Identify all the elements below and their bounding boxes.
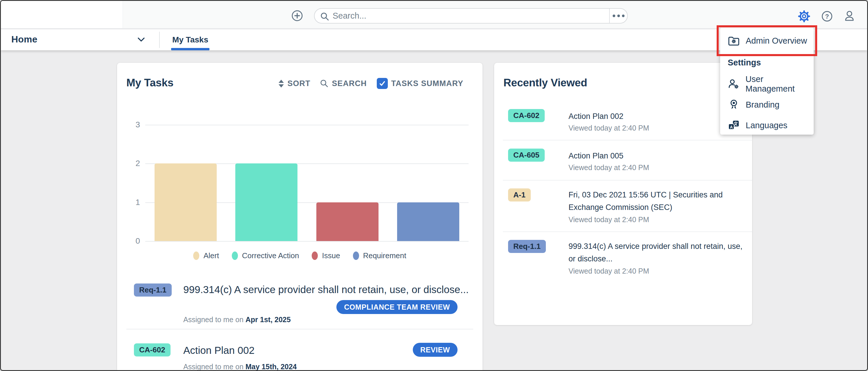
recently-viewed-title: Recently Viewed bbox=[503, 77, 587, 89]
recent-viewed-time: Viewed today at 2:40 PM bbox=[568, 267, 649, 275]
topbar-left-block bbox=[1, 1, 123, 28]
menu-item-label: Branding bbox=[746, 100, 779, 110]
legend-item: Requirement bbox=[353, 251, 406, 260]
tasks-summary-toggle[interactable]: TASKS SUMMARY bbox=[377, 78, 464, 89]
menu-item-label: Languages bbox=[746, 121, 787, 130]
search-options-button[interactable] bbox=[609, 9, 627, 23]
task-title[interactable]: 999.314(c) A service provider shall not … bbox=[183, 282, 479, 297]
global-search bbox=[314, 8, 628, 24]
user-management-icon bbox=[728, 79, 740, 89]
recent-item[interactable]: CA-605 Action Plan 005 Viewed today at 2… bbox=[494, 146, 752, 179]
legend-item: Issue bbox=[312, 251, 340, 260]
recently-viewed-panel: Recently Viewed CA-602 Action Plan 002 V… bbox=[494, 63, 752, 325]
task-row: Req-1.1 999.314(c) A service provider sh… bbox=[117, 279, 483, 329]
legend-label: Issue bbox=[322, 251, 340, 260]
admin-overview-icon bbox=[728, 36, 740, 46]
bar-issue bbox=[316, 202, 378, 241]
svg-text:?: ? bbox=[825, 13, 829, 20]
help-button[interactable]: ? bbox=[821, 10, 833, 22]
menu-item-branding[interactable]: Branding bbox=[720, 97, 814, 112]
tasks-summary-chart: 0123 bbox=[145, 125, 469, 241]
plus-circle-icon bbox=[291, 10, 303, 22]
legend-item: Alert bbox=[193, 251, 219, 260]
active-tab-indicator bbox=[171, 48, 210, 50]
person-icon bbox=[843, 10, 856, 22]
tasks-summary-checkbox[interactable] bbox=[377, 78, 388, 89]
help-icon: ? bbox=[821, 10, 833, 22]
nav-divider bbox=[159, 32, 160, 48]
menu-item-user-management[interactable]: User Management bbox=[720, 77, 814, 92]
tab-my-tasks-label: My Tasks bbox=[172, 35, 208, 45]
recent-title: Action Plan 002 bbox=[568, 110, 745, 123]
row-divider bbox=[126, 329, 473, 330]
task-assigned: Assigned to me on Apr 1st, 2025 bbox=[183, 315, 291, 324]
y-tick-label: 0 bbox=[125, 236, 140, 246]
chart-legend: AlertCorrective ActionIssueRequirement bbox=[117, 251, 483, 260]
grid-line bbox=[145, 241, 469, 241]
recent-item[interactable]: Req-1.1 999.314(c) A service provider sh… bbox=[494, 238, 752, 282]
recent-divider bbox=[503, 231, 752, 232]
ellipsis-icon bbox=[613, 15, 615, 17]
legend-swatch bbox=[193, 252, 199, 260]
branding-icon bbox=[728, 99, 740, 110]
menu-item-label: Admin Overview bbox=[746, 36, 807, 46]
recent-badge: Req-1.1 bbox=[508, 240, 546, 253]
recent-item[interactable]: CA-602 Action Plan 002 Viewed today at 2… bbox=[494, 107, 752, 139]
legend-label: Alert bbox=[203, 251, 219, 260]
task-badge: Req-1.1 bbox=[134, 284, 172, 296]
settings-button[interactable] bbox=[798, 9, 811, 23]
legend-swatch bbox=[232, 252, 238, 260]
recent-divider bbox=[503, 180, 752, 180]
menu-item-admin-overview[interactable]: Admin Overview bbox=[720, 28, 814, 54]
tab-my-tasks[interactable]: My Tasks bbox=[166, 29, 215, 50]
menu-item-label: User Management bbox=[745, 75, 814, 94]
menu-item-languages[interactable]: A Languages bbox=[720, 118, 814, 133]
menu-section-settings: Settings bbox=[728, 58, 761, 67]
recent-badge: CA-605 bbox=[508, 149, 545, 162]
recent-badge: CA-602 bbox=[508, 109, 545, 122]
add-button[interactable] bbox=[291, 10, 303, 22]
bar-alert bbox=[155, 163, 217, 241]
my-tasks-panel: My Tasks SORT SEARCH bbox=[117, 63, 483, 371]
task-badge: CA-602 bbox=[134, 343, 170, 356]
legend-item: Corrective Action bbox=[232, 251, 299, 260]
recent-title: 999.314(c) A service provider shall not … bbox=[568, 240, 745, 265]
task-status-button[interactable]: COMPLIANCE TEAM REVIEW bbox=[336, 300, 458, 314]
tasks-search-button[interactable]: SEARCH bbox=[320, 79, 367, 88]
recent-title: Fri, 03 Dec 2021 15:56 UTC | Securities … bbox=[568, 189, 745, 214]
search-input[interactable] bbox=[333, 9, 609, 22]
legend-label: Corrective Action bbox=[242, 251, 299, 260]
sort-button[interactable]: SORT bbox=[279, 79, 310, 88]
task-row: CA-602 Action Plan 002 REVIEW Assigned t… bbox=[117, 340, 483, 371]
svg-text:A: A bbox=[730, 125, 733, 130]
recent-viewed-time: Viewed today at 2:40 PM bbox=[568, 124, 649, 132]
sort-icon bbox=[279, 80, 284, 87]
recent-item[interactable]: A-1 Fri, 03 Dec 2021 15:56 UTC | Securit… bbox=[494, 187, 752, 231]
task-assigned: Assigned to me on May 15th, 2024 bbox=[183, 363, 297, 371]
tasks-controls: SORT SEARCH TASKS SUMMARY bbox=[279, 78, 463, 89]
bar-requirement bbox=[397, 202, 459, 241]
recent-viewed-time: Viewed today at 2:40 PM bbox=[568, 163, 649, 172]
grid-line bbox=[145, 125, 469, 125]
chevron-down-icon bbox=[137, 37, 145, 42]
y-tick-label: 2 bbox=[125, 159, 140, 168]
gear-icon bbox=[798, 9, 811, 23]
search-icon bbox=[320, 12, 329, 21]
app-window: ? Home My Tasks My Tasks bbox=[0, 0, 868, 371]
recent-viewed-time: Viewed today at 2:40 PM bbox=[568, 216, 649, 224]
bar-corrective-action bbox=[235, 163, 298, 241]
y-tick-label: 1 bbox=[125, 198, 140, 207]
recent-badge: A-1 bbox=[508, 189, 531, 201]
legend-swatch bbox=[353, 252, 359, 260]
settings-dropdown-menu: Admin Overview Settings User bbox=[720, 28, 814, 135]
recent-divider bbox=[503, 140, 752, 140]
user-profile-button[interactable] bbox=[843, 10, 856, 22]
legend-label: Requirement bbox=[363, 251, 406, 260]
home-label: Home bbox=[11, 34, 37, 45]
task-status-button[interactable]: REVIEW bbox=[413, 343, 458, 357]
y-tick-label: 3 bbox=[125, 120, 140, 130]
search-icon bbox=[320, 79, 328, 87]
home-dropdown[interactable]: Home bbox=[1, 29, 159, 50]
recent-title: Action Plan 005 bbox=[568, 150, 745, 162]
legend-swatch bbox=[312, 252, 318, 260]
